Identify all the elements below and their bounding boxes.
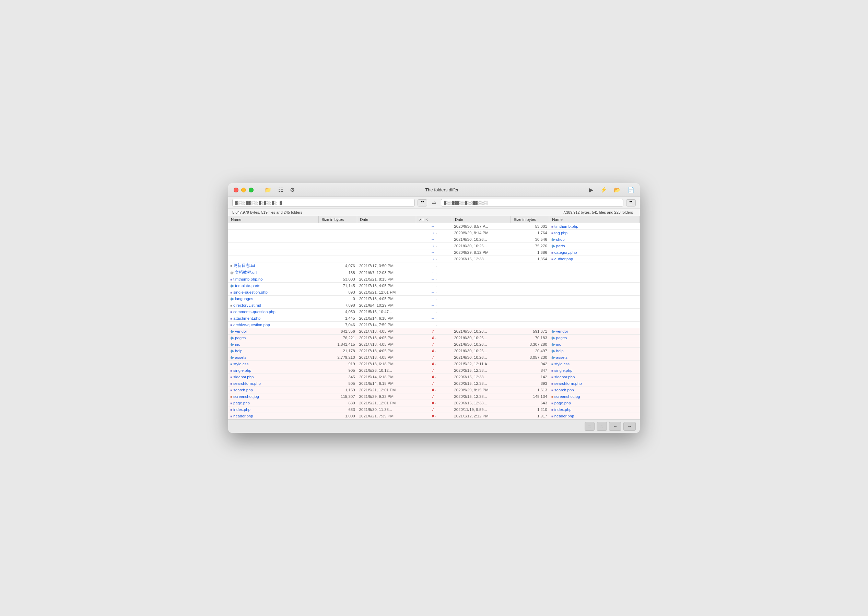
- file-table-container[interactable]: Name Size in bytes Date > = < Date Size …: [228, 216, 640, 420]
- cell-right-date: 2021/6/30, 10:26...: [452, 236, 511, 243]
- cell-right-name: [549, 322, 640, 328]
- cell-left-size: 4,050: [319, 309, 357, 315]
- right-path-input[interactable]: [441, 199, 623, 206]
- cell-left-size: 830: [319, 400, 357, 407]
- cell-left-name: ■comments-question.php: [228, 309, 319, 315]
- table-row: ■style.css 919 2021/7/13, 6:18 PM ≠ · 20…: [228, 361, 640, 367]
- folder-icon[interactable]: 📂: [614, 187, 621, 193]
- gear-icon[interactable]: ⚙: [290, 187, 295, 193]
- cell-left-size: 1,000: [319, 413, 357, 420]
- table-row: → · 2020/9/29, 8:12 PM 1,686 ■category.p…: [228, 249, 640, 256]
- cell-right-date: [452, 269, 511, 276]
- cell-right-date: [452, 283, 511, 289]
- left-path-browse-button[interactable]: ☷: [418, 199, 427, 206]
- table-row: → · 2020/3/15, 12:38... 1,354 ■author.ph…: [228, 256, 640, 262]
- cell-left-name: ■timthumb.php.no: [228, 276, 319, 283]
- cell-right-size: [511, 289, 549, 295]
- list-icon[interactable]: ☷: [278, 187, 283, 193]
- cell-left-name: ■page.php: [228, 400, 319, 407]
- cell-right-size: [511, 269, 549, 276]
- swap-button[interactable]: ⇄: [430, 199, 438, 206]
- cell-right-date: [452, 276, 511, 283]
- cell-left-name: ›▶assets: [228, 354, 319, 361]
- table-row: → · 2021/6/30, 10:26... 75,276 ›▶parts: [228, 243, 640, 249]
- file-comparison-table: Name Size in bytes Date > = < Date Size …: [228, 216, 640, 420]
- traffic-lights: [234, 188, 253, 192]
- close-button[interactable]: [234, 188, 239, 192]
- table-row: ■screenshot.jpg 115,307 2021/5/29, 9:32 …: [228, 393, 640, 400]
- cell-right-date: 2020/9/29, 8:12 PM: [452, 249, 511, 256]
- cell-right-name: [549, 295, 640, 302]
- table-row: ›▶inc 1,841,415 2021/7/18, 4:05 PM ≠ · 2…: [228, 341, 640, 348]
- cell-arrow: ≠ ·: [416, 387, 452, 393]
- cell-left-size: 505: [319, 380, 357, 387]
- bottom-navigation-bar: ≈ ≈ ← →: [228, 420, 640, 433]
- col-header-left-date[interactable]: Date: [357, 216, 416, 223]
- cell-right-name: ■timthumb.php: [549, 223, 640, 230]
- nav-button-1[interactable]: ≈: [585, 422, 595, 431]
- cell-left-name: ■index.php: [228, 407, 319, 413]
- cell-arrow: ≠ ·: [416, 354, 452, 361]
- nav-prev-button[interactable]: ←: [609, 422, 621, 431]
- nav-button-2[interactable]: ≈: [597, 422, 607, 431]
- cell-right-name: [549, 289, 640, 295]
- play-icon[interactable]: ▶: [589, 187, 593, 193]
- doc-icon[interactable]: 📄: [627, 187, 634, 193]
- nav-next-button[interactable]: →: [623, 422, 636, 431]
- cell-left-date: 2021/5/21, 8:13 PM: [357, 276, 416, 283]
- cell-arrow: ← ·: [416, 269, 452, 276]
- cell-right-date: 2021/6/30, 10:26...: [452, 335, 511, 341]
- right-toolbar-icons: ▶ ⚡ 📂 📄: [589, 187, 634, 193]
- cell-right-name: ■sidebar.php: [549, 374, 640, 380]
- col-header-left-size[interactable]: Size in bytes: [319, 216, 357, 223]
- cell-left-name: ■sidebar.php: [228, 374, 319, 380]
- cell-arrow: ← ·: [416, 302, 452, 309]
- cell-left-date: 2021/5/26, 10:12...: [357, 367, 416, 374]
- cell-right-name: ›▶parts: [549, 243, 640, 249]
- cell-left-date: 2021/7/13, 6:18 PM: [357, 361, 416, 367]
- cell-right-size: [511, 302, 549, 309]
- cell-left-size: 1,159: [319, 387, 357, 393]
- cell-arrow: → ·: [416, 230, 452, 236]
- cell-right-name: ■search.php: [549, 387, 640, 393]
- table-row: → · 2020/9/29, 8:14 PM 1,764 ■tag.php: [228, 230, 640, 236]
- cell-left-date: 2021/7/18, 4:05 PM: [357, 283, 416, 289]
- cell-right-name: [549, 302, 640, 309]
- cell-left-size: 0: [319, 295, 357, 302]
- table-row: @文档教程.url 138 2021/6/7, 12:03 PM ← ·: [228, 269, 640, 276]
- col-header-right-date[interactable]: Date: [452, 216, 511, 223]
- col-header-right-size[interactable]: Size in bytes: [511, 216, 549, 223]
- fullscreen-button[interactable]: [249, 188, 253, 192]
- cell-right-name: ■index.php: [549, 407, 640, 413]
- cell-right-name: ■searchform.php: [549, 380, 640, 387]
- cell-right-name: ›▶inc: [549, 341, 640, 348]
- cell-left-date: 2021/5/21, 12:01 PM: [357, 387, 416, 393]
- minimize-button[interactable]: [241, 188, 246, 192]
- cell-left-date: 2021/7/18, 4:05 PM: [357, 328, 416, 335]
- table-row: ■searchform.php 505 2021/5/14, 6:18 PM ≠…: [228, 380, 640, 387]
- cell-arrow: ≠ ·: [416, 367, 452, 374]
- col-header-arrows: > = <: [416, 216, 452, 223]
- cell-left-size: 4,076: [319, 262, 357, 269]
- lightning-icon[interactable]: ⚡: [600, 187, 607, 193]
- cell-right-date: 2020/3/15, 12:38...: [452, 393, 511, 400]
- cell-right-size: 1,210: [511, 407, 549, 413]
- cell-left-date: 2021/7/14, 7:59 PM: [357, 322, 416, 328]
- col-header-left-name[interactable]: Name: [228, 216, 319, 223]
- cell-right-size: [511, 309, 549, 315]
- cell-right-date: 2020/9/30, 8:57 P...: [452, 223, 511, 230]
- cell-left-size: 641,356: [319, 328, 357, 335]
- cell-right-name: ■style.css: [549, 361, 640, 367]
- cell-arrow: ≠ ·: [416, 374, 452, 380]
- right-path-browse-button[interactable]: ☷: [626, 199, 636, 206]
- folder-open-icon[interactable]: 📁: [264, 187, 271, 193]
- table-row: ›▶pages 76,221 2021/7/18, 4:05 PM ≠ · 20…: [228, 335, 640, 341]
- cell-left-name: ■screenshot.jpg: [228, 393, 319, 400]
- cell-left-name: ›▶template-parts: [228, 283, 319, 289]
- cell-left-date: 2021/5/21, 12:01 PM: [357, 289, 416, 295]
- col-header-right-name[interactable]: Name: [549, 216, 640, 223]
- cell-left-name: [228, 243, 319, 249]
- cell-left-date: [357, 249, 416, 256]
- left-path-input[interactable]: [232, 199, 415, 206]
- cell-right-name: ›▶vendor: [549, 328, 640, 335]
